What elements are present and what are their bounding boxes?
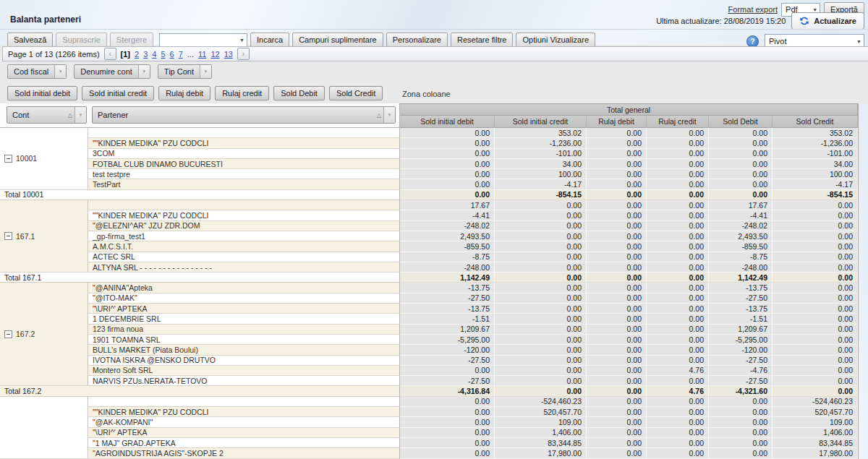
chevron-down-icon[interactable]: ▼ bbox=[54, 65, 66, 78]
pivot-value-cell: 0.00 bbox=[709, 159, 773, 169]
collapse-icon[interactable] bbox=[4, 232, 12, 240]
pivot-value-cell: -8.75 bbox=[709, 252, 773, 262]
pivot-value-cell: 0.00 bbox=[400, 407, 495, 417]
page-link[interactable]: 3 bbox=[143, 50, 148, 59]
chevron-down-icon[interactable]: ▼ bbox=[75, 107, 86, 123]
pivot-column-header[interactable]: Rulaj debit bbox=[587, 116, 647, 128]
page-link[interactable]: 13 bbox=[224, 50, 233, 59]
delete-button[interactable]: Stergere bbox=[110, 33, 153, 47]
pivot-value-cell: 0.00 bbox=[647, 221, 709, 231]
pivot-total-value: 1,142.49 bbox=[709, 273, 773, 283]
row-field-button[interactable]: Cont△▼ bbox=[7, 106, 87, 124]
pivot-grid: Cont△▼Partener△▼Total generalSold initia… bbox=[0, 103, 859, 459]
chevron-down-icon[interactable]: ▼ bbox=[138, 65, 150, 78]
pivot-total-label: Total 167.2 bbox=[0, 386, 400, 396]
pivot-value-cell: 0.00 bbox=[709, 169, 773, 179]
pivot-value-cell: 0.00 bbox=[587, 283, 647, 293]
pivot-partner-cell: NARVIS PZUs.NERATA-TETOVO bbox=[88, 376, 400, 386]
pivot-value-cell: 0.00 bbox=[709, 438, 773, 448]
pivot-column-header[interactable]: Rulaj credit bbox=[647, 116, 709, 128]
pivot-value-cell: 0.00 bbox=[495, 210, 587, 220]
collapse-icon[interactable] bbox=[4, 155, 12, 163]
pivot-partner-cell: 123 firma noua bbox=[88, 325, 400, 335]
data-field-button[interactable]: Sold Debit bbox=[273, 86, 325, 100]
pivot-value-cell: 0.00 bbox=[647, 210, 709, 220]
row-field-button[interactable]: Partener△▼ bbox=[92, 106, 396, 124]
pivot-value-cell: -120.00 bbox=[709, 345, 773, 355]
page-link[interactable]: 12 bbox=[210, 50, 219, 59]
pivot-value-cell: 0.00 bbox=[587, 314, 647, 324]
pivot-column-header[interactable]: Sold initial credit bbox=[495, 116, 587, 128]
filter-field-denumire-cont[interactable]: Denumire cont ▼ bbox=[74, 64, 150, 79]
data-field-button[interactable]: Sold initial credit bbox=[82, 86, 154, 100]
chevron-down-icon[interactable]: ▼ bbox=[200, 65, 211, 78]
page-link[interactable]: 4 bbox=[152, 50, 156, 59]
chevron-down-icon[interactable]: ▼ bbox=[383, 107, 395, 123]
filter-field-tip-cont[interactable]: Tip Cont ▼ bbox=[158, 64, 212, 79]
sort-asc-icon[interactable]: △ bbox=[375, 112, 383, 119]
pivot-value-cell: 0.00 bbox=[647, 252, 709, 262]
filter-field-label: Cod fiscal bbox=[8, 65, 54, 78]
pivot-partner-cell: ACTEC SRL bbox=[88, 252, 400, 262]
filter-field-cod-fiscal[interactable]: Cod fiscal ▼ bbox=[7, 64, 67, 79]
pivot-total-value: 0.00 bbox=[587, 190, 647, 200]
data-field-button[interactable]: Rulaj credit bbox=[215, 86, 269, 100]
prev-page-button[interactable]: ‹ bbox=[104, 48, 116, 60]
pivot-value-cell: 0.00 bbox=[587, 397, 647, 407]
pivot-value-cell: 0.00 bbox=[647, 407, 709, 417]
pivot-value-cell: 0.00 bbox=[773, 210, 858, 220]
overwrite-button[interactable]: Suprascrie bbox=[56, 33, 107, 47]
data-field-button[interactable]: Sold initial debit bbox=[7, 86, 77, 100]
pivot-value-cell: 0.00 bbox=[647, 397, 709, 407]
pivot-partner-cell bbox=[88, 200, 400, 210]
pivot-value-cell: 0.00 bbox=[587, 293, 647, 304]
view-options-button[interactable]: Optiuni Vizualizare bbox=[516, 33, 595, 47]
page-link[interactable]: 6 bbox=[170, 50, 174, 59]
pivot-value-cell: 0.00 bbox=[495, 376, 587, 386]
next-page-button[interactable]: › bbox=[237, 48, 250, 60]
pivot-group-cell[interactable]: 10001 bbox=[0, 128, 88, 190]
reset-filters-button[interactable]: Resetare filtre bbox=[451, 33, 513, 47]
pivot-value-cell: 0.00 bbox=[773, 252, 858, 262]
page-link[interactable]: 5 bbox=[161, 50, 165, 59]
pivot-value-cell: 0.00 bbox=[587, 159, 647, 169]
page-link[interactable]: 7 bbox=[179, 50, 183, 59]
pivot-group-cell[interactable]: 167.1 bbox=[0, 200, 88, 273]
pivot-value-cell: -8.75 bbox=[400, 252, 495, 262]
data-field-button[interactable]: Rulaj debit bbox=[158, 86, 210, 100]
pivot-value-cell: 0.00 bbox=[647, 179, 709, 189]
page-link[interactable]: 2 bbox=[135, 50, 139, 59]
pivot-value-cell: 0.00 bbox=[773, 345, 858, 355]
pivot-value-cell: 0.00 bbox=[587, 252, 647, 262]
pivot-group-cell[interactable]: 167.2 bbox=[0, 283, 88, 386]
chevron-down-icon: ▼ bbox=[812, 7, 817, 12]
load-button[interactable]: Incarca bbox=[250, 33, 289, 47]
sort-asc-icon[interactable]: △ bbox=[66, 112, 75, 119]
pivot-total-label: Total 167.1 bbox=[0, 273, 400, 283]
pivot-value-cell: 0.00 bbox=[709, 448, 773, 458]
personalize-button[interactable]: Personalizare bbox=[386, 33, 448, 47]
toolbar: Salvează Suprascrie Stergere ▼ Incarca C… bbox=[7, 33, 595, 47]
pivot-partner-cell: ALTYNA SRL - - - - - - - - - - - - - - -… bbox=[88, 262, 400, 273]
pivot-value-cell: 0.00 bbox=[773, 283, 858, 293]
pivot-column-header[interactable]: Sold initial debit bbox=[400, 116, 495, 128]
collapse-icon[interactable] bbox=[4, 330, 12, 338]
help-icon[interactable]: ? bbox=[746, 35, 759, 48]
data-field-button[interactable]: Sold Credit bbox=[329, 86, 383, 100]
pivot-value-cell: 0.00 bbox=[587, 231, 647, 241]
pivot-value-cell: 0.00 bbox=[587, 149, 647, 159]
refresh-button[interactable]: Actualizare bbox=[791, 12, 864, 30]
pivot-value-cell: -27.50 bbox=[709, 293, 773, 304]
pivot-group-cell bbox=[0, 397, 88, 459]
pivot-value-cell: 0.00 bbox=[773, 356, 858, 366]
chevron-down-icon: ▼ bbox=[239, 38, 244, 43]
save-button[interactable]: Salvează bbox=[7, 33, 53, 47]
page-link[interactable]: 11 bbox=[198, 50, 206, 59]
pivot-column-header[interactable]: Sold Credit bbox=[773, 116, 858, 128]
pivot-value-cell: 0.00 bbox=[773, 293, 858, 304]
pivot-value-cell: 1,406.00 bbox=[495, 428, 587, 438]
pivot-column-header[interactable]: Sold Debit bbox=[709, 116, 773, 128]
preset-select[interactable]: ▼ bbox=[159, 33, 247, 47]
pivot-value-cell: 109.00 bbox=[495, 417, 587, 427]
extra-fields-button[interactable]: Campuri suplimentare bbox=[292, 33, 383, 47]
